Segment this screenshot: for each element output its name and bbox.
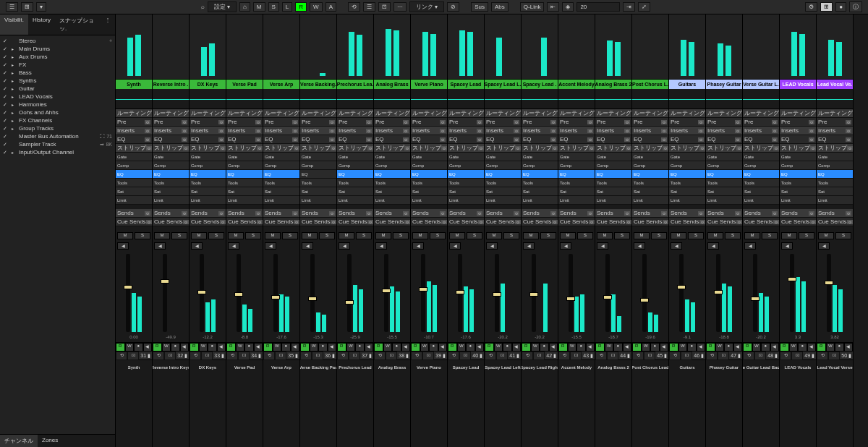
link-icon[interactable]: ⟲ bbox=[780, 352, 791, 360]
fader-handle[interactable] bbox=[493, 292, 501, 297]
comp-slot[interactable]: Comp bbox=[743, 161, 779, 170]
listen-button[interactable]: ◀ bbox=[671, 242, 682, 250]
routing-slot[interactable]: ルーティング⊙ bbox=[558, 109, 595, 118]
cue-sends-slot[interactable]: Cue Sends⊙ bbox=[780, 218, 816, 226]
automation-button[interactable]: A bbox=[326, 2, 336, 12]
fader-handle[interactable] bbox=[603, 295, 612, 299]
solo-button[interactable]: S bbox=[135, 232, 150, 239]
write-automation-button[interactable]: W bbox=[236, 343, 245, 352]
solo-button[interactable]: S bbox=[835, 232, 851, 239]
eq-active-slot[interactable]: EQ bbox=[190, 170, 226, 179]
e-icon[interactable]: ⊡ bbox=[349, 352, 360, 360]
tab-history[interactable]: History bbox=[28, 14, 55, 35]
cue-sends-slot[interactable]: Cue Sends⊙ bbox=[374, 218, 410, 226]
mono-button[interactable]: ● bbox=[134, 343, 143, 352]
fader-slot[interactable] bbox=[458, 254, 462, 332]
comp-slot[interactable]: Comp bbox=[706, 161, 742, 170]
eq-active-slot[interactable]: EQ bbox=[300, 170, 336, 179]
mute-button[interactable]: M bbox=[671, 232, 686, 239]
read-automation-button[interactable]: R bbox=[226, 343, 236, 352]
cue-sends-slot[interactable]: Cue Sends⊙ bbox=[263, 218, 299, 226]
channel-name-header[interactable]: Verse Backing. bbox=[300, 80, 336, 89]
tab-visibility[interactable]: Visibilit. bbox=[0, 14, 28, 35]
fader-slot[interactable] bbox=[716, 254, 720, 332]
limit-slot[interactable]: Limit bbox=[190, 196, 226, 205]
limit-slot[interactable]: Limit bbox=[485, 196, 521, 205]
inserts-slot[interactable]: Inserts⊙ bbox=[743, 127, 779, 135]
fader-handle[interactable] bbox=[271, 295, 280, 299]
e-icon[interactable]: ⊡ bbox=[386, 352, 397, 360]
info-icon[interactable]: ⓘ bbox=[849, 1, 862, 12]
solo-button[interactable]: S bbox=[171, 232, 187, 239]
fader-handle[interactable] bbox=[825, 281, 833, 285]
fader-slot[interactable] bbox=[753, 254, 757, 332]
pre-slot[interactable]: Pre⊙ bbox=[448, 118, 484, 127]
pre-slot[interactable]: Pre⊙ bbox=[817, 118, 853, 127]
routing-slot[interactable]: ルーティング⊙ bbox=[448, 109, 484, 118]
mute-button[interactable]: M bbox=[634, 232, 650, 239]
routing-slot[interactable]: ルーティング⊙ bbox=[743, 109, 779, 118]
channel-name-header[interactable]: DX Keys bbox=[190, 80, 226, 89]
speaker-button[interactable]: ◀ bbox=[623, 343, 632, 352]
fader-handle[interactable] bbox=[161, 279, 169, 284]
solo-button[interactable]: S bbox=[799, 232, 814, 239]
sat-slot[interactable]: Sat bbox=[485, 187, 521, 196]
eq-active-slot[interactable]: EQ bbox=[337, 170, 373, 179]
e-icon[interactable]: ⊡ bbox=[312, 352, 323, 360]
strip-slot[interactable]: ストリップ⊙ bbox=[448, 144, 484, 153]
sat-slot[interactable]: Sat bbox=[374, 187, 410, 196]
limit-slot[interactable]: Limit bbox=[780, 196, 816, 205]
cue-sends-slot[interactable]: Cue Sends⊙ bbox=[337, 218, 373, 226]
write-automation-button[interactable]: W bbox=[531, 343, 540, 352]
routing-slot[interactable]: ルーティング⊙ bbox=[595, 109, 631, 118]
gate-slot[interactable]: Gate bbox=[595, 153, 631, 161]
channel-name-header[interactable]: Analog Brass bbox=[374, 80, 410, 89]
gate-slot[interactable]: Gate bbox=[632, 153, 668, 161]
limit-slot[interactable]: Limit bbox=[226, 196, 263, 205]
strip-slot[interactable]: ストリップ⊙ bbox=[116, 144, 152, 153]
inserts-slot[interactable]: Inserts⊙ bbox=[669, 127, 705, 135]
read-automation-button[interactable]: R bbox=[337, 343, 346, 352]
channel-name-footer[interactable]: Spacey Lead bbox=[448, 360, 484, 375]
expand-arrow-icon[interactable]: ▸ bbox=[12, 110, 16, 115]
pre-slot[interactable]: Pre⊙ bbox=[780, 118, 816, 127]
channel-name-header[interactable]: Prechorus Lea. bbox=[337, 80, 373, 89]
mute-button[interactable]: M bbox=[523, 232, 539, 239]
routing-slot[interactable]: ルーティング⊙ bbox=[780, 109, 816, 118]
pre-slot[interactable]: Pre⊙ bbox=[374, 118, 410, 127]
read-automation-button[interactable]: R bbox=[190, 343, 199, 352]
write-automation-button[interactable]: W bbox=[199, 343, 208, 352]
sus-button[interactable]: Sus bbox=[471, 2, 488, 12]
listen-button[interactable]: ◀ bbox=[375, 242, 387, 250]
channel-name-header[interactable]: Verse Guitar L. bbox=[743, 80, 779, 89]
link-icon[interactable]: ⟲ bbox=[522, 352, 533, 360]
gate-slot[interactable]: Gate bbox=[558, 153, 595, 161]
sat-slot[interactable]: Sat bbox=[743, 187, 779, 196]
limit-slot[interactable]: Limit bbox=[743, 196, 779, 205]
mono-button[interactable]: ● bbox=[318, 343, 328, 352]
link-icon[interactable]: ⟲ bbox=[485, 352, 496, 360]
sends-slot[interactable]: Sends⊙ bbox=[558, 209, 595, 218]
channel-name-header[interactable]: Verve Piano bbox=[411, 80, 447, 89]
expand-icon[interactable]: ⤢ bbox=[638, 2, 650, 12]
e-icon[interactable]: ⊡ bbox=[681, 352, 692, 360]
tools-slot[interactable]: Tools bbox=[780, 179, 816, 187]
channel-name-footer[interactable]: Phasey Guitar bbox=[706, 360, 742, 375]
routing-slot[interactable]: ルーティング⊙ bbox=[153, 109, 189, 118]
fader-handle[interactable] bbox=[124, 285, 132, 289]
comp-slot[interactable]: Comp bbox=[153, 161, 189, 170]
read-automation-button[interactable]: R bbox=[153, 343, 162, 352]
sends-slot[interactable]: Sends⊙ bbox=[780, 209, 816, 218]
comp-slot[interactable]: Comp bbox=[817, 161, 853, 170]
pre-slot[interactable]: Pre⊙ bbox=[706, 118, 742, 127]
write-automation-button[interactable]: W bbox=[605, 343, 614, 352]
sidebar-item[interactable]: ✓ ▸ Harmonies bbox=[0, 101, 115, 108]
sat-slot[interactable]: Sat bbox=[669, 187, 705, 196]
solo-button[interactable]: S bbox=[651, 232, 667, 239]
channel-name-header[interactable]: Lead Vocal Ve. bbox=[817, 80, 853, 89]
solo-button[interactable]: S bbox=[467, 232, 482, 239]
fader-slot[interactable] bbox=[310, 254, 315, 332]
mono-button[interactable]: ● bbox=[687, 343, 697, 352]
listen-button[interactable]: ◀ bbox=[781, 242, 793, 250]
mono-button[interactable]: ● bbox=[613, 343, 623, 352]
